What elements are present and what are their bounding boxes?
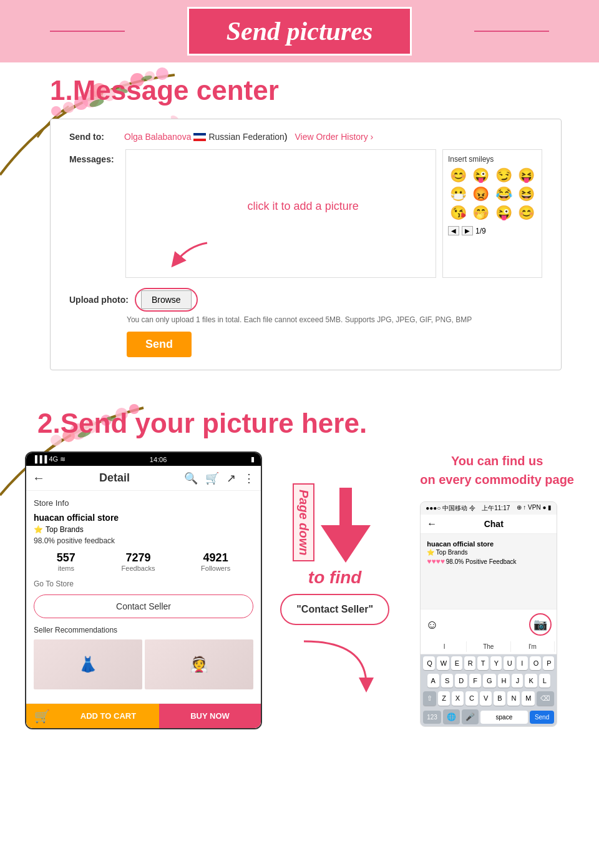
more-icon[interactable]: ⋮: [243, 471, 255, 485]
key-D[interactable]: D: [455, 674, 467, 688]
smiley-2[interactable]: 😜: [471, 167, 492, 184]
key-O[interactable]: O: [530, 656, 542, 670]
positive-feedback: 98.0% positive feedback: [34, 536, 253, 545]
key-send[interactable]: Send: [530, 711, 554, 724]
chat-phone: ●●●○ 中国移动 令 上午11:17 ⊕ ↑ VPN ● ▮ ← Chat h…: [420, 501, 557, 727]
smiley-9[interactable]: 😘: [448, 205, 469, 221]
key-B[interactable]: B: [494, 691, 505, 706]
smiley-11[interactable]: 😜: [494, 205, 514, 221]
key-K[interactable]: K: [525, 674, 537, 688]
key-C[interactable]: C: [465, 691, 478, 706]
key-W[interactable]: W: [437, 656, 449, 670]
key-X[interactable]: X: [452, 691, 464, 706]
key-mic[interactable]: 🎤: [462, 709, 479, 724]
key-space[interactable]: space: [480, 711, 528, 724]
key-L[interactable]: L: [539, 674, 550, 688]
key-Y[interactable]: Y: [490, 656, 502, 670]
chat-time: 上午11:17: [482, 504, 510, 513]
store-name: huacan official store: [34, 513, 253, 523]
smiley-1[interactable]: 😊: [448, 167, 469, 184]
phone-nav-title: Detail: [51, 471, 178, 485]
share-icon[interactable]: ↗: [226, 471, 236, 485]
key-Q[interactable]: Q: [423, 656, 435, 670]
recs-images: 👗 👰: [34, 639, 253, 689]
key-123[interactable]: 123: [423, 711, 441, 724]
middle-section: Page down to find "Contact Seller": [275, 451, 395, 729]
key-U[interactable]: U: [504, 656, 515, 670]
page-title: Send pictures: [226, 17, 373, 46]
add-to-cart-button[interactable]: ADD TO CART: [57, 704, 159, 728]
key-R[interactable]: R: [464, 656, 475, 670]
smiley-5[interactable]: 😷: [448, 186, 469, 202]
word-The[interactable]: The: [467, 641, 511, 652]
send-button[interactable]: Send: [127, 332, 192, 357]
search-icon[interactable]: 🔍: [184, 471, 198, 485]
chat-emoji-button[interactable]: ☺: [426, 618, 438, 632]
go-to-store[interactable]: Go To Store: [34, 579, 253, 588]
cart-icon[interactable]: 🛒: [205, 471, 219, 485]
messages-label: Messages:: [69, 149, 119, 164]
page-down-label: Page down: [293, 483, 314, 562]
key-J[interactable]: J: [512, 674, 523, 688]
smiley-prev-btn[interactable]: ◀: [448, 226, 459, 235]
key-G[interactable]: G: [483, 674, 496, 688]
key-E[interactable]: E: [451, 656, 462, 670]
key-delete[interactable]: ⌫: [537, 691, 554, 706]
key-Z[interactable]: Z: [438, 691, 450, 706]
chat-top-brands: ⭐ Top Brands: [427, 549, 550, 556]
chat-feedback: ♥♥♥♥ 98.0% Positive Feedback: [427, 557, 550, 566]
key-H[interactable]: H: [498, 674, 510, 688]
send-to-label: Send to:: [69, 132, 119, 142]
find-us-line1: You can find us: [420, 451, 574, 470]
stat-items: 557 items: [57, 551, 75, 572]
key-S[interactable]: S: [441, 674, 453, 688]
smileys-grid[interactable]: 😊 😜 😏 😝 😷 😡 😂 😆 😘 🤭 😜 😊: [448, 167, 537, 221]
keyboard-row-bottom: 123 🌐 🎤 space Send: [421, 708, 557, 726]
find-us-text: You can find us on every commodity page: [407, 451, 574, 489]
chat-signal: ●●●○ 中国移动 令: [426, 504, 475, 513]
key-A[interactable]: A: [427, 674, 439, 688]
smiley-7[interactable]: 😂: [494, 186, 514, 202]
key-T[interactable]: T: [477, 656, 489, 670]
key-N[interactable]: N: [507, 691, 520, 706]
view-order-link[interactable]: View Order History ›: [295, 132, 374, 142]
star-icon: ⭐: [34, 525, 43, 534]
chat-camera-button[interactable]: 📷: [529, 613, 552, 636]
chat-status-bar: ●●●○ 中国移动 令 上午11:17 ⊕ ↑ VPN ● ▮: [421, 502, 557, 515]
word-I[interactable]: I: [422, 641, 467, 652]
browse-button[interactable]: Browse: [141, 290, 192, 309]
key-globe[interactable]: 🌐: [443, 709, 460, 724]
header-title-box: Send pictures: [187, 7, 412, 56]
smiley-next-btn[interactable]: ▶: [462, 226, 473, 235]
svg-marker-24: [321, 488, 371, 563]
smiley-6[interactable]: 😡: [471, 186, 492, 202]
smiley-3[interactable]: 😏: [494, 167, 514, 184]
key-P[interactable]: P: [543, 656, 554, 670]
contact-seller-btn[interactable]: Contact Seller: [34, 594, 253, 618]
smiley-10[interactable]: 🤭: [471, 205, 492, 221]
key-M[interactable]: M: [522, 691, 535, 706]
key-V[interactable]: V: [480, 691, 492, 706]
smiley-12[interactable]: 😊: [517, 205, 537, 221]
smiley-8[interactable]: 😆: [517, 186, 537, 202]
find-us-line2: on every commodity page: [420, 470, 574, 489]
key-F[interactable]: F: [469, 674, 481, 688]
word-Im[interactable]: I'm: [511, 641, 555, 652]
phone-body: Store Info huacan official store ⭐ Top B…: [26, 491, 261, 703]
cart-button-phone[interactable]: 🛒: [26, 704, 57, 728]
smiley-page: 1/9: [475, 227, 486, 235]
right-section: You can find us on every commodity page …: [407, 451, 574, 729]
buy-now-button[interactable]: BUY NOW: [159, 704, 261, 728]
message-card: Send to: Olga Balabanova Russian Federat…: [50, 119, 562, 370]
curved-arrow-icon: [291, 635, 379, 698]
smiley-4[interactable]: 😝: [517, 167, 537, 184]
key-shift[interactable]: ⇧: [423, 691, 436, 706]
top-brands-label: Top Brands: [46, 525, 84, 534]
back-button[interactable]: ←: [32, 471, 45, 485]
send-to-row: Send to: Olga Balabanova Russian Federat…: [69, 132, 542, 142]
section-1-heading: 1.Message center: [37, 75, 562, 106]
arrow-icon: [163, 240, 213, 271]
chat-back-icon[interactable]: ←: [427, 518, 437, 530]
stat-feedbacks: 7279 Feedbacks: [122, 551, 155, 572]
key-I[interactable]: I: [517, 656, 528, 670]
